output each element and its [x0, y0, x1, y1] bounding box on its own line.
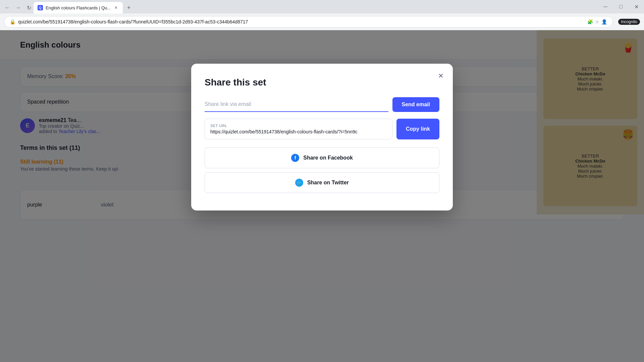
share-facebook-button[interactable]: f Share on Facebook — [205, 147, 439, 168]
facebook-icon: f — [291, 154, 299, 162]
omnibar-row: 🔒 quizlet.com/be/551914738/english-colou… — [0, 13, 644, 30]
extensions-icon: 🧩 — [587, 19, 593, 24]
send-email-label: Send email — [402, 102, 430, 107]
refresh-icon: ↻ — [27, 5, 31, 11]
omnibar-icons: 🧩 ☆ 👤 — [587, 19, 607, 24]
nav-buttons: ← → ↻ — [3, 3, 34, 12]
share-twitter-button[interactable]: 🐦 Share on Twitter — [205, 172, 439, 193]
minimize-button[interactable]: ─ — [598, 0, 613, 13]
active-tab[interactable]: Q English colours Flashcards | Qu... ✕ — [34, 2, 123, 13]
email-row: Send email — [205, 97, 439, 112]
profile-icon: 👤 — [601, 19, 607, 24]
copy-link-button[interactable]: Copy link — [396, 119, 439, 139]
profile-area: Incognito — [618, 19, 640, 25]
modal-overlay: ✕ Share this set Send email Set url http… — [0, 30, 644, 362]
back-icon: ← — [5, 5, 10, 11]
maximize-icon: □ — [619, 4, 623, 10]
url-label: Set url — [210, 124, 387, 128]
url-value: https://quizlet.com/be/551914738/english… — [210, 129, 387, 134]
forward-button[interactable]: → — [13, 3, 23, 12]
tab-bar: ← → ↻ Q English colours Flashcards | Qu.… — [0, 0, 644, 13]
tab-close-button[interactable]: ✕ — [113, 5, 119, 10]
maximize-button[interactable]: □ — [613, 0, 629, 13]
close-window-button[interactable]: ✕ — [629, 0, 644, 13]
lock-icon: 🔒 — [10, 19, 15, 24]
email-input[interactable] — [205, 97, 388, 112]
url-row: Set url https://quizlet.com/be/551914738… — [205, 119, 439, 139]
browser-chrome: ← → ↻ Q English colours Flashcards | Qu.… — [0, 0, 644, 30]
close-icon: ✕ — [438, 72, 444, 80]
tab-favicon: Q — [38, 5, 43, 10]
twitter-label: Share on Twitter — [307, 180, 349, 186]
back-button[interactable]: ← — [3, 3, 12, 12]
url-box: Set url https://quizlet.com/be/551914738… — [205, 119, 392, 139]
bookmark-icon: ☆ — [595, 19, 599, 24]
copy-link-label: Copy link — [406, 126, 430, 132]
modal-title: Share this set — [205, 77, 439, 88]
address-bar[interactable]: 🔒 quizlet.com/be/551914738/english-colou… — [4, 16, 613, 27]
window-controls: ─ □ ✕ — [598, 0, 644, 13]
twitter-icon: 🐦 — [295, 179, 303, 187]
forward-icon: → — [15, 5, 21, 11]
tab-title: English colours Flashcards | Qu... — [46, 5, 111, 10]
incognito-badge: Incognito — [618, 19, 640, 25]
refresh-button[interactable]: ↻ — [24, 3, 34, 12]
share-modal: ✕ Share this set Send email Set url http… — [191, 64, 453, 210]
new-tab-button[interactable]: + — [124, 3, 133, 12]
facebook-label: Share on Facebook — [303, 155, 353, 161]
minimize-icon: ─ — [603, 4, 607, 10]
send-email-button[interactable]: Send email — [392, 97, 439, 112]
modal-close-button[interactable]: ✕ — [435, 70, 446, 81]
url-text: quizlet.com/be/551914738/english-colours… — [18, 19, 585, 24]
new-tab-icon: + — [127, 4, 131, 11]
close-icon: ✕ — [634, 4, 639, 10]
